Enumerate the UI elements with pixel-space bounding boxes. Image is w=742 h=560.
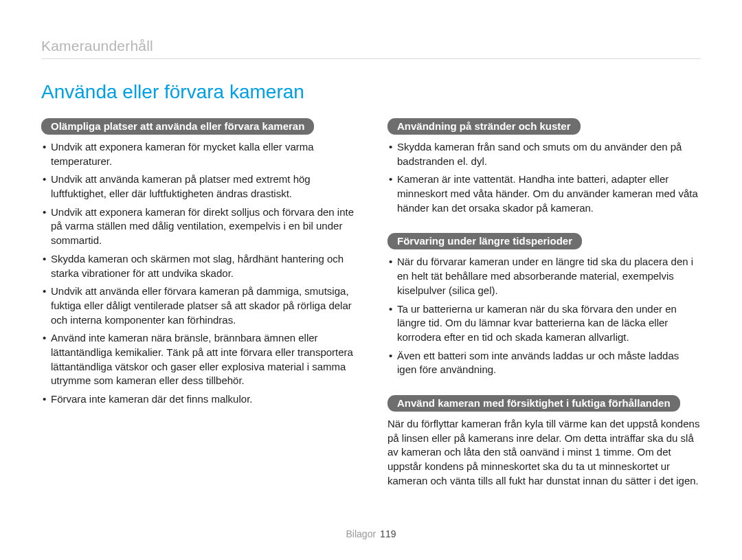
list-item: Använd inte kameran nära bränsle, brännb… xyxy=(41,331,355,388)
section-humid-conditions: Använd kameran med försiktighet i fuktig… xyxy=(387,395,701,488)
list-item: Undvik att exponera kameran för mycket k… xyxy=(41,140,355,168)
section-unsuitable-places: Olämpliga platser att använda eller förv… xyxy=(41,118,355,407)
list-item: Undvik att använda kameran på platser me… xyxy=(41,172,355,201)
column-left: Olämpliga platser att använda eller förv… xyxy=(41,118,355,506)
column-right: Användning på stränder och kuster Skydda… xyxy=(387,118,701,506)
list-item: Undvik att exponera kameran för direkt s… xyxy=(41,205,355,248)
section-beaches: Användning på stränder och kuster Skydda… xyxy=(387,118,701,215)
footer-section-label: Bilagor xyxy=(346,528,376,539)
list-item: Kameran är inte vattentät. Handha inte b… xyxy=(387,172,701,215)
breadcrumb: Kameraunderhåll xyxy=(41,38,701,59)
manual-page: Kameraunderhåll Använda eller förvara ka… xyxy=(0,0,742,560)
list-item: Förvara inte kameran där det finns malku… xyxy=(41,392,355,407)
page-footer: Bilagor119 xyxy=(0,528,742,539)
section-heading: Använd kameran med försiktighet i fuktig… xyxy=(387,395,680,412)
list-item: Skydda kameran och skärmen mot slag, hår… xyxy=(41,252,355,280)
list-item: Undvik att använda eller förvara kameran… xyxy=(41,284,355,327)
list-item: Även ett batteri som inte används laddas… xyxy=(387,349,701,377)
content-columns: Olämpliga platser att använda eller förv… xyxy=(41,118,701,506)
list-item: Skydda kameran från sand och smuts om du… xyxy=(387,140,701,168)
list-item: När du förvarar kameran under en längre … xyxy=(387,255,701,298)
paragraph: När du förflyttar kameran från kyla till… xyxy=(387,417,701,488)
section-heading: Användning på stränder och kuster xyxy=(387,118,581,135)
page-title: Använda eller förvara kameran xyxy=(41,81,701,103)
list-item: Ta ur batterierna ur kameran när du ska … xyxy=(387,302,701,345)
section-heading: Olämpliga platser att använda eller förv… xyxy=(41,118,314,135)
page-number: 119 xyxy=(380,528,396,539)
bullet-list: Undvik att exponera kameran för mycket k… xyxy=(41,140,355,407)
section-long-storage: Förvaring under längre tidsperioder När … xyxy=(387,233,701,377)
bullet-list: Skydda kameran från sand och smuts om du… xyxy=(387,140,701,215)
bullet-list: När du förvarar kameran under en längre … xyxy=(387,255,701,377)
section-heading: Förvaring under längre tidsperioder xyxy=(387,233,582,249)
